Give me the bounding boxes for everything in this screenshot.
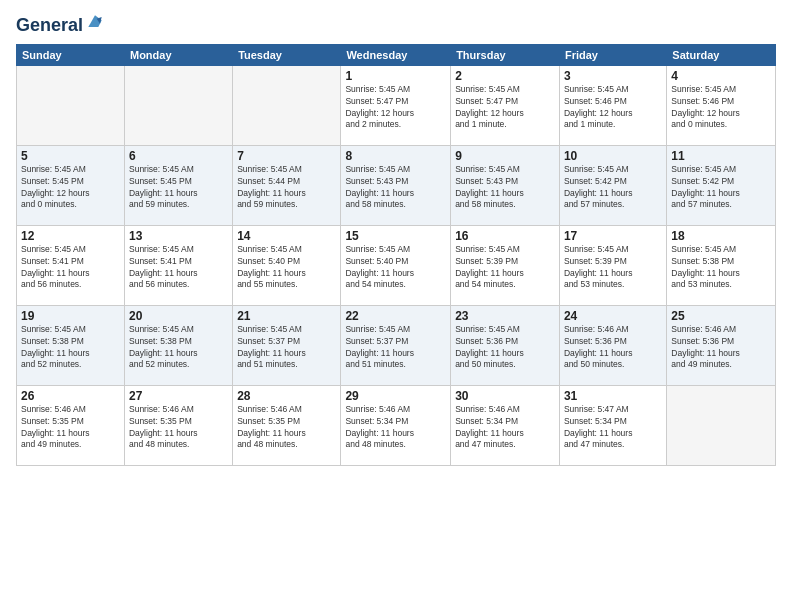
day-info: Sunrise: 5:45 AM Sunset: 5:39 PM Dayligh…: [564, 244, 662, 292]
day-header-tuesday: Tuesday: [233, 44, 341, 65]
day-info: Sunrise: 5:46 AM Sunset: 5:35 PM Dayligh…: [129, 404, 228, 452]
calendar-cell: 6Sunrise: 5:45 AM Sunset: 5:45 PM Daylig…: [124, 145, 232, 225]
day-info: Sunrise: 5:45 AM Sunset: 5:43 PM Dayligh…: [455, 164, 555, 212]
calendar-week-0: 1Sunrise: 5:45 AM Sunset: 5:47 PM Daylig…: [17, 65, 776, 145]
day-number: 30: [455, 389, 555, 403]
day-info: Sunrise: 5:45 AM Sunset: 5:42 PM Dayligh…: [564, 164, 662, 212]
day-number: 2: [455, 69, 555, 83]
calendar-cell: 7Sunrise: 5:45 AM Sunset: 5:44 PM Daylig…: [233, 145, 341, 225]
day-number: 24: [564, 309, 662, 323]
calendar-week-4: 26Sunrise: 5:46 AM Sunset: 5:35 PM Dayli…: [17, 385, 776, 465]
day-number: 15: [345, 229, 446, 243]
day-number: 29: [345, 389, 446, 403]
day-info: Sunrise: 5:45 AM Sunset: 5:47 PM Dayligh…: [345, 84, 446, 132]
day-number: 27: [129, 389, 228, 403]
day-info: Sunrise: 5:45 AM Sunset: 5:44 PM Dayligh…: [237, 164, 336, 212]
calendar-cell: 14Sunrise: 5:45 AM Sunset: 5:40 PM Dayli…: [233, 225, 341, 305]
day-info: Sunrise: 5:45 AM Sunset: 5:40 PM Dayligh…: [237, 244, 336, 292]
day-number: 22: [345, 309, 446, 323]
calendar-cell: 19Sunrise: 5:45 AM Sunset: 5:38 PM Dayli…: [17, 305, 125, 385]
page: General SundayMondayTuesdayWednesdayThur…: [0, 0, 792, 612]
day-info: Sunrise: 5:46 AM Sunset: 5:35 PM Dayligh…: [237, 404, 336, 452]
day-header-thursday: Thursday: [451, 44, 560, 65]
day-info: Sunrise: 5:45 AM Sunset: 5:38 PM Dayligh…: [129, 324, 228, 372]
calendar-cell: 10Sunrise: 5:45 AM Sunset: 5:42 PM Dayli…: [559, 145, 666, 225]
calendar-cell: [17, 65, 125, 145]
day-info: Sunrise: 5:45 AM Sunset: 5:41 PM Dayligh…: [21, 244, 120, 292]
calendar-cell: [667, 385, 776, 465]
calendar-cell: 3Sunrise: 5:45 AM Sunset: 5:46 PM Daylig…: [559, 65, 666, 145]
calendar-cell: 18Sunrise: 5:45 AM Sunset: 5:38 PM Dayli…: [667, 225, 776, 305]
day-number: 8: [345, 149, 446, 163]
calendar-cell: 26Sunrise: 5:46 AM Sunset: 5:35 PM Dayli…: [17, 385, 125, 465]
calendar-cell: 30Sunrise: 5:46 AM Sunset: 5:34 PM Dayli…: [451, 385, 560, 465]
calendar-cell: 8Sunrise: 5:45 AM Sunset: 5:43 PM Daylig…: [341, 145, 451, 225]
calendar-header-row: SundayMondayTuesdayWednesdayThursdayFrid…: [17, 44, 776, 65]
day-info: Sunrise: 5:45 AM Sunset: 5:45 PM Dayligh…: [129, 164, 228, 212]
day-number: 28: [237, 389, 336, 403]
day-number: 20: [129, 309, 228, 323]
calendar-cell: 5Sunrise: 5:45 AM Sunset: 5:45 PM Daylig…: [17, 145, 125, 225]
day-number: 5: [21, 149, 120, 163]
day-info: Sunrise: 5:45 AM Sunset: 5:40 PM Dayligh…: [345, 244, 446, 292]
day-number: 17: [564, 229, 662, 243]
calendar-cell: 21Sunrise: 5:45 AM Sunset: 5:37 PM Dayli…: [233, 305, 341, 385]
day-info: Sunrise: 5:46 AM Sunset: 5:34 PM Dayligh…: [455, 404, 555, 452]
header: General: [16, 12, 776, 36]
day-number: 11: [671, 149, 771, 163]
day-number: 25: [671, 309, 771, 323]
day-number: 21: [237, 309, 336, 323]
calendar-cell: 1Sunrise: 5:45 AM Sunset: 5:47 PM Daylig…: [341, 65, 451, 145]
day-header-friday: Friday: [559, 44, 666, 65]
day-info: Sunrise: 5:45 AM Sunset: 5:38 PM Dayligh…: [21, 324, 120, 372]
day-number: 9: [455, 149, 555, 163]
logo-text: General: [16, 16, 83, 36]
day-info: Sunrise: 5:46 AM Sunset: 5:34 PM Dayligh…: [345, 404, 446, 452]
day-info: Sunrise: 5:45 AM Sunset: 5:38 PM Dayligh…: [671, 244, 771, 292]
calendar-cell: 11Sunrise: 5:45 AM Sunset: 5:42 PM Dayli…: [667, 145, 776, 225]
day-info: Sunrise: 5:46 AM Sunset: 5:36 PM Dayligh…: [671, 324, 771, 372]
logo: General: [16, 16, 105, 36]
day-number: 12: [21, 229, 120, 243]
day-number: 31: [564, 389, 662, 403]
calendar-cell: 24Sunrise: 5:46 AM Sunset: 5:36 PM Dayli…: [559, 305, 666, 385]
calendar-cell: 13Sunrise: 5:45 AM Sunset: 5:41 PM Dayli…: [124, 225, 232, 305]
day-info: Sunrise: 5:45 AM Sunset: 5:46 PM Dayligh…: [564, 84, 662, 132]
day-info: Sunrise: 5:45 AM Sunset: 5:45 PM Dayligh…: [21, 164, 120, 212]
day-info: Sunrise: 5:45 AM Sunset: 5:47 PM Dayligh…: [455, 84, 555, 132]
day-header-sunday: Sunday: [17, 44, 125, 65]
day-number: 16: [455, 229, 555, 243]
calendar-cell: [233, 65, 341, 145]
day-header-monday: Monday: [124, 44, 232, 65]
calendar-cell: 23Sunrise: 5:45 AM Sunset: 5:36 PM Dayli…: [451, 305, 560, 385]
day-number: 18: [671, 229, 771, 243]
calendar-cell: 12Sunrise: 5:45 AM Sunset: 5:41 PM Dayli…: [17, 225, 125, 305]
day-info: Sunrise: 5:47 AM Sunset: 5:34 PM Dayligh…: [564, 404, 662, 452]
calendar-cell: 27Sunrise: 5:46 AM Sunset: 5:35 PM Dayli…: [124, 385, 232, 465]
day-info: Sunrise: 5:45 AM Sunset: 5:37 PM Dayligh…: [237, 324, 336, 372]
calendar-cell: 4Sunrise: 5:45 AM Sunset: 5:46 PM Daylig…: [667, 65, 776, 145]
day-number: 23: [455, 309, 555, 323]
day-info: Sunrise: 5:46 AM Sunset: 5:36 PM Dayligh…: [564, 324, 662, 372]
day-header-wednesday: Wednesday: [341, 44, 451, 65]
day-header-saturday: Saturday: [667, 44, 776, 65]
day-info: Sunrise: 5:45 AM Sunset: 5:42 PM Dayligh…: [671, 164, 771, 212]
calendar-cell: 22Sunrise: 5:45 AM Sunset: 5:37 PM Dayli…: [341, 305, 451, 385]
calendar-table: SundayMondayTuesdayWednesdayThursdayFrid…: [16, 44, 776, 466]
calendar-cell: 20Sunrise: 5:45 AM Sunset: 5:38 PM Dayli…: [124, 305, 232, 385]
calendar-cell: 31Sunrise: 5:47 AM Sunset: 5:34 PM Dayli…: [559, 385, 666, 465]
day-info: Sunrise: 5:46 AM Sunset: 5:35 PM Dayligh…: [21, 404, 120, 452]
calendar-week-2: 12Sunrise: 5:45 AM Sunset: 5:41 PM Dayli…: [17, 225, 776, 305]
calendar-cell: 15Sunrise: 5:45 AM Sunset: 5:40 PM Dayli…: [341, 225, 451, 305]
calendar-week-1: 5Sunrise: 5:45 AM Sunset: 5:45 PM Daylig…: [17, 145, 776, 225]
logo-icon: [85, 12, 105, 32]
calendar-cell: 9Sunrise: 5:45 AM Sunset: 5:43 PM Daylig…: [451, 145, 560, 225]
calendar-cell: 28Sunrise: 5:46 AM Sunset: 5:35 PM Dayli…: [233, 385, 341, 465]
calendar-cell: 2Sunrise: 5:45 AM Sunset: 5:47 PM Daylig…: [451, 65, 560, 145]
calendar-cell: 16Sunrise: 5:45 AM Sunset: 5:39 PM Dayli…: [451, 225, 560, 305]
day-number: 1: [345, 69, 446, 83]
day-info: Sunrise: 5:45 AM Sunset: 5:37 PM Dayligh…: [345, 324, 446, 372]
day-number: 3: [564, 69, 662, 83]
day-info: Sunrise: 5:45 AM Sunset: 5:39 PM Dayligh…: [455, 244, 555, 292]
day-number: 4: [671, 69, 771, 83]
